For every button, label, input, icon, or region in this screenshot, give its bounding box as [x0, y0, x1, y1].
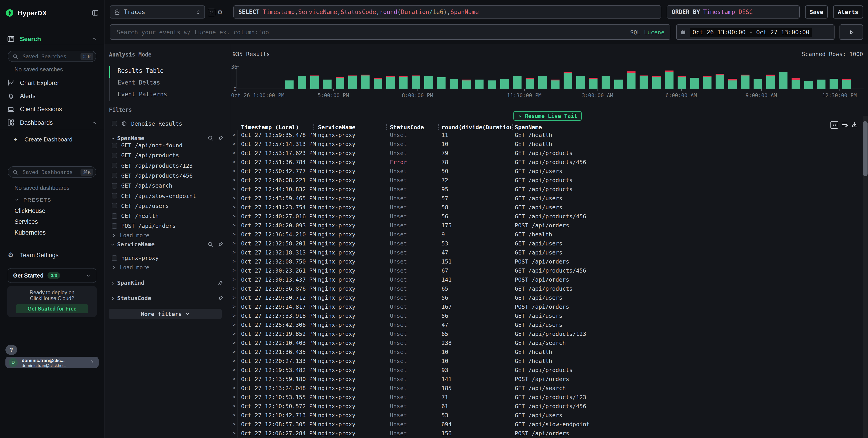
sidebar-item-dashboards[interactable]: Dashboards	[0, 117, 104, 128]
table-row[interactable]: >Oct 27 12:40:27.016 PMnginx-proxyUnset5…	[231, 211, 868, 221]
pin-icon[interactable]	[218, 280, 223, 286]
checkbox[interactable]	[112, 153, 117, 158]
sidebar-item-chart-explorer[interactable]: Chart Explorer	[0, 77, 104, 88]
table-row[interactable]: >Oct 27 12:13:24.048 PMnginx-proxyUnset1…	[231, 383, 868, 392]
row-expand-chevron[interactable]: >	[232, 403, 236, 409]
sidebar-item-search[interactable]: Search	[0, 33, 104, 45]
row-expand-chevron[interactable]: >	[232, 412, 236, 418]
table-row[interactable]: >Oct 27 12:27:33.918 PMnginx-proxyUnset5…	[231, 311, 868, 320]
table-row[interactable]: >Oct 27 12:10:50.572 PMnginx-proxyUnset6…	[231, 401, 868, 410]
filter-checkbox-item[interactable]: GET /health	[112, 212, 159, 220]
table-row[interactable]: >Oct 27 12:21:36.435 PMnginx-proxyUnset1…	[231, 347, 868, 356]
table-row[interactable]: >Oct 27 12:10:53.155 PMnginx-proxyUnset7…	[231, 392, 868, 401]
lucene-mode-toggle[interactable]: Lucene	[644, 29, 664, 35]
order-by-input[interactable]: ORDER BY Timestamp DESC	[667, 5, 800, 19]
checkbox[interactable]	[112, 255, 117, 261]
pin-icon[interactable]	[218, 241, 223, 247]
table-row[interactable]: >Oct 27 12:32:58.201 PMnginx-proxyUnset5…	[231, 239, 868, 248]
source-selector[interactable]: Traces	[110, 5, 205, 19]
pin-icon[interactable]	[218, 295, 223, 301]
save-button[interactable]: Save	[805, 5, 828, 19]
table-row[interactable]: >Oct 27 12:53:17.623 PMnginx-proxyUnset7…	[231, 148, 868, 157]
load-more-button[interactable]: Load more	[112, 264, 149, 271]
filter-search-icon[interactable]	[208, 241, 214, 247]
query-settings-gear-icon[interactable]: ⚙	[217, 8, 223, 15]
filter-group-spankind[interactable]: SpanKind	[104, 278, 231, 288]
table-row[interactable]: >Oct 27 12:19:53.482 PMnginx-proxyUnset9…	[231, 365, 868, 374]
filter-search-icon[interactable]	[208, 135, 214, 141]
row-expand-chevron[interactable]: >	[232, 339, 236, 346]
row-expand-chevron[interactable]: >	[232, 322, 236, 328]
table-row[interactable]: >Oct 27 12:50:42.777 PMnginx-proxyUnset5…	[231, 166, 868, 175]
edit-sql-icon[interactable]	[208, 9, 215, 16]
row-expand-chevron[interactable]: >	[232, 132, 236, 138]
row-expand-chevron[interactable]: >	[232, 240, 236, 246]
row-expand-chevron[interactable]: >	[232, 149, 236, 156]
table-row[interactable]: >Oct 27 12:06:27.284 PMnginx-proxyUnset1…	[231, 429, 868, 438]
help-button[interactable]: ?	[5, 345, 17, 355]
checkbox[interactable]	[112, 223, 117, 229]
row-expand-chevron[interactable]: >	[232, 367, 236, 373]
row-expand-chevron[interactable]: >	[232, 394, 236, 400]
chevron-up-icon[interactable]	[92, 36, 97, 41]
sidebar-item-clickhouse[interactable]: ClickHouse	[14, 207, 45, 214]
sidebar-item-alerts[interactable]: Alerts	[0, 91, 104, 101]
table-row[interactable]: >Oct 27 12:22:19.852 PMnginx-proxyUnset6…	[231, 329, 868, 338]
row-expand-chevron[interactable]: >	[232, 267, 236, 273]
pin-icon[interactable]	[218, 135, 223, 141]
more-filters-button[interactable]: More filters	[109, 309, 222, 319]
saved-searches-input[interactable]: ⌘K	[8, 50, 96, 62]
filter-checkbox-item[interactable]: GET /api/products	[112, 152, 179, 159]
filter-group-servicename[interactable]: ServiceName	[104, 240, 231, 249]
saved-dashboards-input[interactable]: ⌘K	[8, 166, 96, 178]
select-query-input[interactable]: SELECT Timestamp,ServiceName,StatusCode,…	[234, 5, 661, 19]
scrollbar-thumb[interactable]	[863, 121, 868, 176]
row-expand-chevron[interactable]: >	[232, 348, 236, 355]
row-expand-chevron[interactable]: >	[232, 285, 236, 292]
row-expand-chevron[interactable]: >	[232, 186, 236, 192]
sidebar-item-kubernetes[interactable]: Kubernetes	[14, 229, 46, 236]
filter-checkbox-item[interactable]: nginx-proxy	[112, 254, 159, 262]
table-row[interactable]: >Oct 27 12:29:36.876 PMnginx-proxyUnset6…	[231, 284, 868, 293]
table-row[interactable]: >Oct 27 12:25:42.306 PMnginx-proxyUnset4…	[231, 320, 868, 329]
checkbox[interactable]	[112, 143, 117, 148]
table-row[interactable]: >Oct 27 12:43:59.465 PMnginx-proxyUnset5…	[231, 194, 868, 202]
chevron-up-icon[interactable]	[92, 120, 97, 125]
filter-checkbox-item[interactable]: GET /api/users	[112, 202, 169, 209]
get-started-dropdown[interactable]: Get Started 3/3	[8, 268, 96, 283]
load-more-button[interactable]: Load more	[112, 232, 149, 239]
row-expand-chevron[interactable]: >	[232, 159, 236, 165]
row-expand-chevron[interactable]: >	[232, 385, 236, 391]
alerts-button[interactable]: Alerts	[833, 5, 863, 19]
filter-checkbox-item[interactable]: GET /api/slow-endpoint	[112, 192, 196, 199]
row-expand-chevron[interactable]: >	[232, 249, 236, 256]
row-expand-chevron[interactable]: >	[232, 231, 236, 237]
sidebar-collapse-icon[interactable]	[92, 9, 99, 16]
checkbox[interactable]	[112, 183, 117, 188]
saved-searches-field[interactable]	[22, 53, 81, 60]
checkbox[interactable]	[112, 173, 117, 178]
checkbox[interactable]	[112, 193, 117, 198]
row-expand-chevron[interactable]: >	[232, 276, 236, 282]
sidebar-item-services[interactable]: Services	[14, 218, 38, 225]
filter-checkbox-item[interactable]: GET /api/products/456	[112, 172, 193, 179]
row-expand-chevron[interactable]: >	[232, 330, 236, 337]
row-expand-chevron[interactable]: >	[232, 195, 236, 201]
presets-section-header[interactable]: PRESETS	[14, 197, 52, 203]
table-row[interactable]: >Oct 27 12:36:54.210 PMnginx-proxyUnset9…	[231, 230, 868, 239]
table-row[interactable]: >Oct 27 12:22:10.403 PMnginx-proxyUnset2…	[231, 338, 868, 347]
table-row[interactable]: >Oct 27 12:29:14.817 PMnginx-proxyUnset1…	[231, 302, 868, 311]
row-expand-chevron[interactable]: >	[232, 303, 236, 310]
checkbox[interactable]	[112, 203, 117, 209]
row-expand-chevron[interactable]: >	[232, 430, 236, 436]
search-input[interactable]	[116, 28, 630, 36]
sidebar-item-client-sessions[interactable]: Client Sessions	[0, 104, 104, 114]
table-row[interactable]: >Oct 27 12:57:14.313 PMnginx-proxyUnset1…	[231, 139, 868, 148]
table-row[interactable]: >Oct 27 12:40:20.093 PMnginx-proxyUnset1…	[231, 221, 868, 230]
lucene-search-bar[interactable]: SQL | Lucene	[110, 25, 670, 40]
filter-checkbox-item[interactable]: GET /api/products/123	[112, 162, 193, 169]
saved-dashboards-field[interactable]	[22, 168, 81, 176]
row-expand-chevron[interactable]: >	[232, 312, 236, 319]
table-row[interactable]: >Oct 27 12:10:42.713 PMnginx-proxyUnset5…	[231, 410, 868, 419]
table-row[interactable]: >Oct 27 12:46:08.221 PMnginx-proxyUnset7…	[231, 175, 868, 184]
